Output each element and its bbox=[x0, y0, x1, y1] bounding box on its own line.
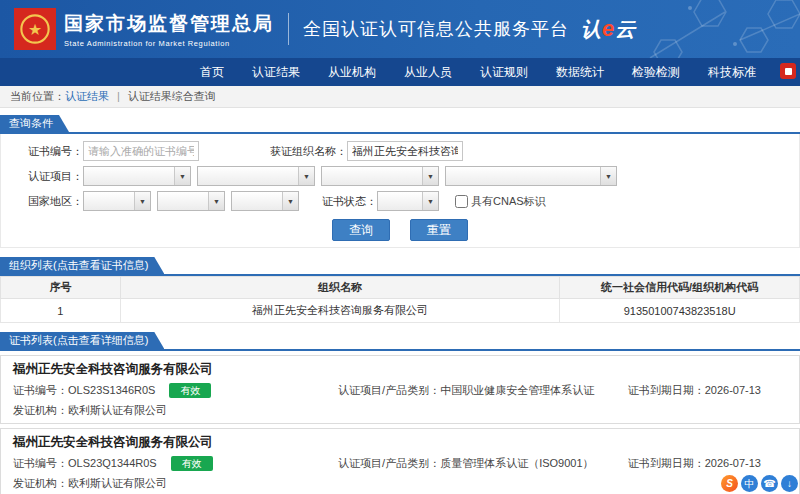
form-row-1: 证书编号： 获证组织名称： bbox=[1, 141, 799, 161]
nav-item-tech-standards[interactable]: 科技标准 bbox=[694, 58, 770, 86]
phone-icon[interactable]: ☎ bbox=[761, 475, 778, 492]
issuer-value: 欧利斯认证有限公司 bbox=[68, 404, 167, 416]
org-list-section: 组织列表(点击查看证书信息) 序号 组织名称 统一社会信用代码/组织机构代码 1… bbox=[0, 255, 800, 323]
region-select-1[interactable]: ▼ bbox=[83, 191, 151, 211]
cert-cards: 福州正先安全科技咨询服务有限公司 证书编号：OLS23S1346R0S 有效 认… bbox=[0, 355, 800, 494]
cnas-checkbox-group: 具有CNAS标识 bbox=[455, 194, 546, 209]
col-header-org-name: 组织名称 bbox=[120, 277, 559, 299]
header-divider bbox=[288, 13, 289, 45]
cert-no-field-label: 证书编号： bbox=[13, 457, 68, 469]
breadcrumb-current-page: 认证结果综合查询 bbox=[128, 90, 216, 102]
main-nav: 首页 认证结果 从业机构 从业人员 认证规则 数据统计 检验检测 科技标准 bbox=[0, 58, 800, 86]
cnas-checkbox[interactable] bbox=[455, 195, 468, 208]
project-field-label: 认证项目/产品类别： bbox=[338, 384, 440, 396]
col-header-credit-code: 统一社会信用代码/组织机构代码 bbox=[560, 277, 800, 299]
breadcrumb-section-link[interactable]: 认证结果 bbox=[65, 90, 109, 102]
swirl-logo-icon[interactable]: S bbox=[721, 475, 738, 492]
project-select-2[interactable]: ▼ bbox=[197, 166, 315, 186]
query-form: 证书编号： 获证组织名称： 认证项目： ▼ ▼ ▼ ▼ 国家地区： ▼ ▼ ▼ … bbox=[0, 134, 800, 248]
expiry-field: 证书到期日期：2026-07-13 bbox=[628, 456, 787, 471]
org-table-header-row: 序号 组织名称 统一社会信用代码/组织机构代码 bbox=[1, 277, 800, 299]
corner-red-icon[interactable] bbox=[780, 63, 796, 79]
project-select-4[interactable]: ▼ bbox=[445, 166, 617, 186]
svg-text:★: ★ bbox=[28, 21, 42, 38]
page: ★ 国家市场监督管理总局 State Administration for Ma… bbox=[0, 0, 800, 494]
breadcrumb-prefix: 当前位置： bbox=[10, 90, 65, 102]
org-list-section-title: 组织列表(点击查看证书信息) bbox=[0, 257, 164, 274]
issuer-value: 欧利斯认证有限公司 bbox=[68, 477, 167, 489]
chevron-down-icon: ▼ bbox=[422, 192, 438, 210]
reset-button[interactable]: 重置 bbox=[410, 219, 468, 241]
nav-item-practitioners[interactable]: 从业人员 bbox=[390, 58, 466, 86]
cert-card-detail-line: 证书编号：OLS23Q1344R0S 有效 认证项目/产品类别：质量管理体系认证… bbox=[13, 456, 787, 471]
breadcrumb: 当前位置：认证结果|认证结果综合查询 bbox=[0, 86, 800, 108]
cert-no-field: 证书编号：OLS23Q1344R0S 有效 bbox=[13, 456, 338, 471]
chevron-down-icon: ▼ bbox=[174, 167, 190, 185]
cert-card-org-name: 福州正先安全科技咨询服务有限公司 bbox=[13, 434, 787, 451]
status-badge: 有效 bbox=[171, 456, 213, 471]
table-row[interactable]: 1 福州正先安全科技咨询服务有限公司 91350100743823518U bbox=[1, 299, 800, 323]
project-select-3[interactable]: ▼ bbox=[321, 166, 439, 186]
cert-card-org-name: 福州正先安全科技咨询服务有限公司 bbox=[13, 361, 787, 378]
query-section-title: 查询条件 bbox=[0, 115, 69, 132]
nav-item-institutions[interactable]: 从业机构 bbox=[314, 58, 390, 86]
search-button[interactable]: 查询 bbox=[332, 219, 390, 241]
china-service-icon[interactable]: 中 bbox=[741, 475, 758, 492]
status-label: 证书状态： bbox=[305, 194, 377, 209]
cert-card-1[interactable]: 福州正先安全科技咨询服务有限公司 证书编号：OLS23S1346R0S 有效 认… bbox=[0, 355, 800, 424]
floating-widget-bar: S 中 ☎ ↓ bbox=[721, 475, 798, 492]
expiry-field-label: 证书到期日期： bbox=[628, 457, 705, 469]
col-header-index: 序号 bbox=[1, 277, 121, 299]
nav-item-cert-rules[interactable]: 认证规则 bbox=[466, 58, 542, 86]
project-field: 认证项目/产品类别：中国职业健康安全管理体系认证 bbox=[338, 383, 628, 398]
nav-item-home[interactable]: 首页 bbox=[186, 58, 238, 86]
nav-item-cert-results[interactable]: 认证结果 bbox=[238, 58, 314, 86]
project-field: 认证项目/产品类别：质量管理体系认证（ISO9001） bbox=[338, 456, 628, 471]
chevron-down-icon: ▼ bbox=[134, 192, 150, 210]
expiry-field-label: 证书到期日期： bbox=[628, 384, 705, 396]
nav-item-statistics[interactable]: 数据统计 bbox=[542, 58, 618, 86]
cell-index: 1 bbox=[1, 299, 121, 323]
cert-no-input[interactable] bbox=[83, 141, 199, 161]
cert-list-section-title: 证书列表(点击查看详细信息) bbox=[0, 332, 164, 349]
expiry-value: 2026-07-13 bbox=[705, 384, 761, 396]
issuer-field-label: 发证机构： bbox=[13, 404, 68, 416]
expiry-value: 2026-07-13 bbox=[705, 457, 761, 469]
cert-list-section-header: 证书列表(点击查看详细信息) bbox=[0, 330, 800, 351]
project-label: 认证项目： bbox=[1, 169, 83, 184]
cert-no-value: OLS23S1346R0S bbox=[68, 384, 155, 396]
issuer-field: 发证机构：欧利斯认证有限公司 bbox=[13, 403, 787, 418]
org-name: 国家市场监督管理总局 bbox=[64, 11, 274, 37]
project-select-1[interactable]: ▼ bbox=[83, 166, 191, 186]
cert-no-field-label: 证书编号： bbox=[13, 384, 68, 396]
project-value: 质量管理体系认证（ISO9001） bbox=[440, 457, 593, 469]
button-row: 查询 重置 bbox=[1, 219, 799, 241]
region-select-3[interactable]: ▼ bbox=[231, 191, 299, 211]
org-name-input[interactable] bbox=[347, 141, 463, 161]
logo-char-ren: 认 bbox=[581, 18, 601, 40]
cell-org-name[interactable]: 福州正先安全科技咨询服务有限公司 bbox=[120, 299, 559, 323]
cert-no-field: 证书编号：OLS23S1346R0S 有效 bbox=[13, 383, 338, 398]
region-label: 国家地区： bbox=[1, 194, 83, 209]
org-table: 序号 组织名称 统一社会信用代码/组织机构代码 1 福州正先安全科技咨询服务有限… bbox=[0, 276, 800, 323]
breadcrumb-separator: | bbox=[117, 90, 120, 102]
down-arrow-icon[interactable]: ↓ bbox=[781, 475, 798, 492]
issuer-field-label: 发证机构： bbox=[13, 477, 68, 489]
project-field-label: 认证项目/产品类别： bbox=[338, 457, 440, 469]
cert-no-value: OLS23Q1344R0S bbox=[68, 457, 157, 469]
cnas-label: 具有CNAS标识 bbox=[471, 194, 546, 209]
region-select-2[interactable]: ▼ bbox=[157, 191, 225, 211]
cert-card-2[interactable]: 福州正先安全科技咨询服务有限公司 证书编号：OLS23Q1344R0S 有效 认… bbox=[0, 428, 800, 494]
logo-char-yun: 云 bbox=[615, 18, 635, 40]
national-emblem-logo: ★ bbox=[14, 8, 56, 50]
chevron-down-icon: ▼ bbox=[282, 192, 298, 210]
logo-char-e: e bbox=[602, 16, 614, 41]
platform-title: 全国认证认可信息公共服务平台 bbox=[303, 17, 569, 41]
chevron-down-icon: ▼ bbox=[422, 167, 438, 185]
query-section-header: 查询条件 bbox=[0, 113, 800, 134]
nav-item-inspection[interactable]: 检验检测 bbox=[618, 58, 694, 86]
chevron-down-icon: ▼ bbox=[600, 167, 616, 185]
status-select[interactable]: ▼ bbox=[377, 191, 439, 211]
issuer-field: 发证机构：欧利斯认证有限公司 bbox=[13, 476, 787, 491]
status-badge: 有效 bbox=[169, 383, 211, 398]
